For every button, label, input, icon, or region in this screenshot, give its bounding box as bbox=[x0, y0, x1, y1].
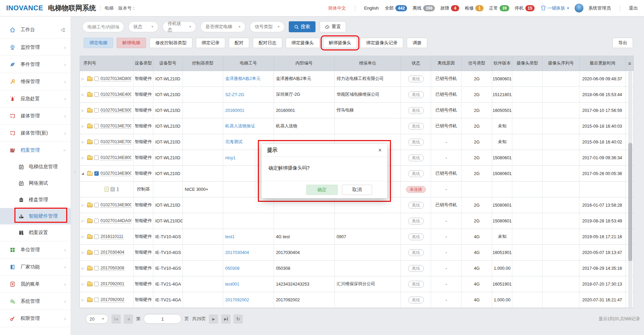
row-checkbox[interactable] bbox=[94, 234, 99, 239]
column-chooser-icon[interactable]: ≡ bbox=[626, 56, 633, 71]
status-stat[interactable]: 故障4 bbox=[440, 5, 459, 11]
row-checkbox[interactable] bbox=[110, 187, 115, 192]
transfer-button[interactable]: 调拨 bbox=[407, 38, 427, 48]
sidebar-item-maintenance[interactable]: 维保管理 › bbox=[0, 73, 71, 90]
sidebar-item-workbench[interactable]: 工作台 bbox=[0, 21, 71, 38]
serial-link[interactable]: 2017030404 bbox=[100, 250, 124, 255]
table-scrollbar[interactable] bbox=[628, 71, 632, 308]
column-header[interactable]: 内部编号 bbox=[274, 56, 335, 71]
row-checkbox[interactable] bbox=[94, 124, 99, 128]
tree-expander-icon[interactable]: ▷ bbox=[82, 204, 85, 207]
tree-expander-icon[interactable]: ▷ bbox=[82, 140, 85, 144]
sidebar-item-media-new[interactable]: 媒体管理(新) › bbox=[0, 124, 71, 141]
status-stat[interactable]: 全部442 bbox=[385, 5, 407, 11]
row-checkbox[interactable] bbox=[94, 219, 99, 223]
sidebar-item-system[interactable]: 系统管理 › bbox=[0, 292, 71, 310]
next-page-button[interactable]: ▶ bbox=[209, 314, 218, 324]
prev-page-button[interactable]: ◀ bbox=[124, 314, 133, 324]
elevator-id-input[interactable] bbox=[82, 21, 124, 32]
close-icon[interactable]: × bbox=[378, 147, 382, 153]
row-checkbox[interactable] bbox=[94, 203, 99, 207]
elevator-link[interactable]: SZ-ZT-2G bbox=[225, 92, 245, 97]
column-header[interactable]: 控制器类型 bbox=[183, 56, 223, 71]
row-checkbox[interactable] bbox=[94, 266, 99, 270]
signal-type-select[interactable]: 信号类型 ▼ bbox=[250, 21, 285, 32]
row-checkbox[interactable] bbox=[94, 298, 99, 302]
serial-link[interactable]: 010270134E700 bbox=[100, 139, 131, 145]
reset-button[interactable]: 重置 bbox=[320, 21, 346, 32]
sidebar-item-elevator-info[interactable]: 电梯信息管理 bbox=[0, 159, 71, 175]
refresh-button[interactable]: ↻ bbox=[234, 314, 243, 324]
serial-link[interactable]: 010270134D800 bbox=[100, 76, 131, 81]
bind-records-button[interactable]: 绑定记录 bbox=[196, 38, 225, 48]
search-button[interactable]: 搜索 bbox=[289, 21, 315, 32]
column-header[interactable]: 序列号 bbox=[80, 56, 134, 71]
sidebar-item-units[interactable]: 单位管理 › bbox=[0, 241, 71, 258]
tree-expander-icon[interactable]: ▷ bbox=[82, 235, 85, 239]
unbind-elevator-button[interactable]: 解绑电梯 bbox=[117, 38, 146, 48]
pair-button[interactable]: 配对 bbox=[229, 38, 249, 48]
logout-button[interactable]: 退出 bbox=[629, 5, 638, 11]
serial-link[interactable]: 010270144DA00 bbox=[100, 218, 131, 223]
column-header[interactable]: 电梯工号 bbox=[223, 56, 274, 71]
sidebar-item-archives[interactable]: 档案管理 › bbox=[0, 141, 71, 159]
export-button[interactable]: 导出 bbox=[612, 38, 633, 48]
bound-elevator-select[interactable]: 是否绑定电梯 ▼ bbox=[200, 21, 246, 32]
column-header[interactable]: 摄像头序列号 bbox=[542, 56, 580, 71]
serial-link[interactable]: 010270134E700 bbox=[100, 124, 131, 129]
sidebar-item-monitoring[interactable]: 监控管理 › bbox=[0, 38, 71, 56]
row-checkbox[interactable] bbox=[94, 155, 99, 160]
serial-link[interactable]: 010270134E400 bbox=[100, 92, 131, 97]
sidebar-item-my-bills[interactable]: 我的账单 › bbox=[0, 275, 71, 292]
sidebar-item-permissions[interactable]: 权限管理 › bbox=[0, 310, 71, 327]
sidebar-item-smart-hardware[interactable]: 智能硬件管理 bbox=[0, 208, 71, 224]
tree-expander-icon[interactable]: ▷ bbox=[82, 93, 85, 96]
row-checkbox[interactable] bbox=[94, 92, 99, 97]
unbind-camera-button[interactable]: 解绑摄像头 bbox=[323, 38, 357, 48]
scrollbar-thumb[interactable] bbox=[628, 143, 632, 261]
sidebar-collapse-icon[interactable] bbox=[60, 27, 66, 33]
elevator-link[interactable]: 2017030404 bbox=[225, 250, 249, 255]
column-header[interactable]: 离线原因 bbox=[431, 56, 462, 71]
status-stat[interactable]: 停机15 bbox=[515, 5, 535, 11]
status-stat[interactable]: 检修1 bbox=[465, 5, 484, 11]
tree-expander-icon[interactable]: ▷ bbox=[82, 77, 85, 81]
tree-expander-icon[interactable]: ▷ bbox=[82, 267, 85, 270]
confirm-button[interactable]: 确定 bbox=[306, 185, 338, 195]
serial-link[interactable]: 010270134E500 bbox=[100, 108, 131, 113]
bind-camera-button[interactable]: 绑定摄像头 bbox=[286, 38, 320, 48]
elevator-link[interactable]: 050308 bbox=[225, 266, 240, 271]
language-english-link[interactable]: English bbox=[364, 5, 379, 11]
column-header[interactable]: 最后更新时间 bbox=[580, 56, 626, 71]
tree-expander-icon[interactable]: ▷ bbox=[82, 109, 85, 112]
tree-expander-icon[interactable]: ▷ bbox=[82, 251, 85, 254]
row-checkbox[interactable] bbox=[94, 250, 99, 255]
halt-status-select[interactable]: 停机状态 ▼ bbox=[163, 21, 196, 32]
sidebar-item-network-test[interactable]: 网络测试 bbox=[0, 175, 71, 192]
elevator-link[interactable]: test1 bbox=[225, 234, 235, 239]
elevator-link[interactable]: test001 bbox=[225, 282, 239, 287]
page-input[interactable] bbox=[144, 314, 181, 324]
last-page-button[interactable]: ▶ bbox=[221, 314, 230, 324]
serial-link[interactable]: 010270134E900 bbox=[100, 171, 131, 176]
bind-camera-records-button[interactable]: 绑定摄像头记录 bbox=[360, 38, 403, 48]
elevator-link[interactable]: 20160001 bbox=[225, 108, 245, 113]
modify-controller-type-button[interactable]: 修改控制器类型 bbox=[150, 38, 192, 48]
first-page-button[interactable]: ◀ bbox=[111, 314, 121, 324]
elevator-link[interactable]: ntsy1 bbox=[225, 155, 236, 160]
serial-link[interactable]: 2017050308 bbox=[100, 266, 124, 271]
column-header[interactable]: 状态 bbox=[401, 56, 431, 71]
tree-expander-icon[interactable]: ▷ bbox=[82, 282, 85, 286]
elevator-link[interactable]: 机器人送物验证 bbox=[225, 123, 255, 129]
sidebar-item-vendor-features[interactable]: 厂家功能 › bbox=[0, 258, 71, 275]
language-chinese-link[interactable]: 简体中文 bbox=[328, 5, 346, 11]
elevator-link[interactable]: 北海测试 bbox=[225, 139, 242, 145]
tree-expander-icon[interactable]: ▷ bbox=[82, 298, 85, 302]
tree-expander-icon[interactable]: ▷ bbox=[82, 219, 85, 223]
sidebar-item-emergency[interactable]: 应急处置 › bbox=[0, 90, 71, 107]
pair-log-button[interactable]: 配对日志 bbox=[253, 38, 282, 48]
column-header[interactable]: 设备类型 bbox=[134, 56, 153, 71]
column-header[interactable]: 软件版本 bbox=[492, 56, 512, 71]
status-stat[interactable]: 离线398 bbox=[413, 5, 435, 11]
status-select[interactable]: 状态 ▼ bbox=[128, 21, 158, 32]
